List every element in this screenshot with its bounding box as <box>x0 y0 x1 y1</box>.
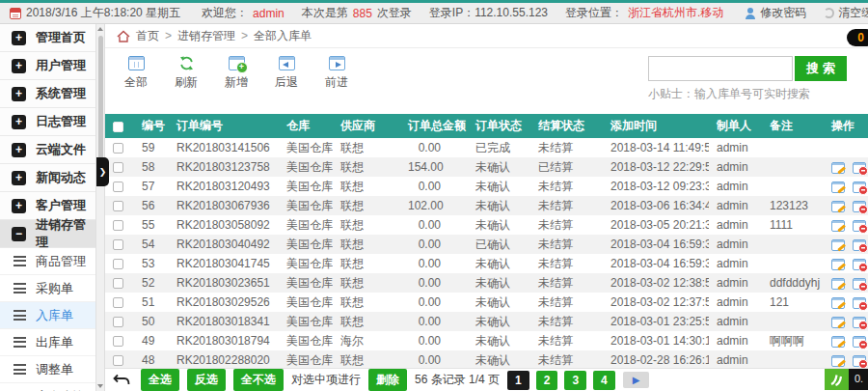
row-checkbox[interactable] <box>113 162 123 173</box>
select-none-button[interactable]: 全不选 <box>233 369 284 391</box>
cell-actions <box>824 273 868 293</box>
table-row: 52RK201803023651美国仓库联想0.00未确认未结算2018-03-… <box>105 273 868 293</box>
search-button[interactable]: 搜 索 <box>795 56 847 81</box>
cell-order_status: 未确认 <box>468 312 530 331</box>
row-checkbox[interactable] <box>113 239 123 250</box>
delete-icon[interactable] <box>853 220 866 232</box>
toolbar-button-add[interactable]: 新增 <box>219 56 254 114</box>
datetime-block: 2018/3/16 上午8:18:20 星期五 <box>10 5 180 21</box>
breadcrumb-home[interactable]: 首页 <box>136 28 159 44</box>
cell-supplier: 海尔 <box>333 331 400 350</box>
breadcrumb-module[interactable]: 进销存管理 <box>177 28 235 44</box>
clear-cache-link[interactable]: 清空缓存 <box>824 5 868 21</box>
cell-creator: admin <box>709 273 762 293</box>
toolbar-button-refresh[interactable]: 刷新 <box>169 56 203 114</box>
delete-icon[interactable] <box>853 297 866 309</box>
row-checkbox[interactable] <box>113 259 123 269</box>
delete-button[interactable]: 删除 <box>368 369 407 391</box>
cell-creator: admin <box>709 215 762 235</box>
delete-icon[interactable] <box>853 278 866 290</box>
scroll-up-icon[interactable] <box>97 27 103 31</box>
notification-badge[interactable]: 0 <box>847 29 868 46</box>
toolbar-button-all[interactable]: 全部 <box>119 56 153 114</box>
sidebar-item-进销存管理[interactable]: −进销存管理 <box>0 220 96 248</box>
performance-value: 0. <box>849 369 868 390</box>
toolbar-button-back[interactable]: 后退 <box>269 56 304 114</box>
edit-icon[interactable] <box>831 201 845 212</box>
edit-icon[interactable] <box>831 162 845 174</box>
edit-icon[interactable] <box>831 182 845 193</box>
sidebar-subitem-商品管理[interactable]: 商品管理 <box>0 248 96 275</box>
next-page-button[interactable]: ▶ <box>623 372 650 388</box>
scroll-down-icon[interactable] <box>97 384 103 388</box>
sidebar-item-新闻动态[interactable]: +新闻动态 <box>0 164 96 192</box>
edit-icon[interactable] <box>831 297 845 309</box>
cell-remark: ddfdddyhj <box>762 273 824 293</box>
delete-icon[interactable] <box>853 259 866 270</box>
sidebar-collapse-handle[interactable]: ❯ <box>96 157 109 186</box>
plus-icon: + <box>12 59 26 73</box>
change-password-link[interactable]: 修改密码 <box>745 5 806 21</box>
select-all-button[interactable]: 全选 <box>141 369 179 391</box>
edit-icon[interactable] <box>831 220 845 232</box>
cell-id: 51 <box>134 293 169 312</box>
page-button-1[interactable]: 1 <box>507 371 529 390</box>
delete-icon[interactable] <box>853 355 866 367</box>
edit-icon[interactable] <box>831 239 845 251</box>
row-checkbox[interactable] <box>113 317 123 327</box>
sidebar-item-云端文件[interactable]: +云端文件 <box>0 136 96 164</box>
delete-icon[interactable] <box>853 162 866 174</box>
records-info: 56 条记录 1/4 页 <box>415 372 500 388</box>
table-row: 57RK201803120493美国仓库联想0.00未确认未结算2018-03-… <box>105 177 868 196</box>
edit-icon[interactable] <box>831 278 845 290</box>
home-icon[interactable] <box>117 30 130 42</box>
delete-icon[interactable] <box>853 201 866 212</box>
edit-icon[interactable] <box>831 355 845 367</box>
delete-icon[interactable] <box>853 182 866 193</box>
row-checkbox[interactable] <box>113 278 123 289</box>
toolbar-button-forward[interactable]: 前进 <box>319 56 354 114</box>
sidebar-subitem-出库单[interactable]: 出库单 <box>0 329 96 356</box>
edit-icon[interactable] <box>831 317 845 328</box>
row-checkbox[interactable] <box>113 336 123 347</box>
cell-supplier: 联想 <box>333 138 400 157</box>
row-checkbox[interactable] <box>113 297 123 308</box>
sidebar-scrollbar[interactable] <box>95 24 104 391</box>
sidebar-item-系统管理[interactable]: +系统管理 <box>0 80 96 108</box>
sidebar-subitem-入库单[interactable]: 入库单 <box>0 302 96 329</box>
edit-icon[interactable] <box>831 336 845 348</box>
cell-checkbox <box>105 293 134 312</box>
sidebar-item-日志管理[interactable]: +日志管理 <box>0 108 96 136</box>
header-checkbox[interactable] <box>113 122 123 132</box>
page-button-3[interactable]: 3 <box>564 371 586 390</box>
sidebar-subitem-采购单[interactable]: 采购单 <box>0 275 96 302</box>
page-button-4[interactable]: 4 <box>593 371 615 390</box>
delete-icon[interactable] <box>853 336 866 348</box>
content-panel: 0 首页 > 进销存管理 > 全部入库单 全部刷新新增后退前进 搜 索 <box>105 24 868 391</box>
invert-selection-button[interactable]: 反选 <box>187 369 226 391</box>
cell-settle_status: 未结算 <box>530 138 603 157</box>
table-row: 50RK201803018341美国仓库联想0.00未确认未结算2018-03-… <box>105 312 868 331</box>
row-checkbox[interactable] <box>113 182 123 192</box>
cell-warehouse: 美国仓库 <box>279 196 333 215</box>
cell-warehouse: 美国仓库 <box>279 293 333 312</box>
row-checkbox[interactable] <box>113 143 123 154</box>
sidebar-subitem-调整单[interactable]: 调整单 <box>0 356 96 383</box>
return-arrow-icon[interactable] <box>113 374 131 386</box>
sidebar-subitem-label: 入库单 <box>36 307 73 324</box>
row-checkbox[interactable] <box>113 201 123 211</box>
row-checkbox[interactable] <box>113 220 123 231</box>
cell-supplier: 联想 <box>333 157 400 177</box>
list-icon <box>14 337 26 348</box>
delete-icon[interactable] <box>853 317 866 328</box>
sidebar-item-管理首页[interactable]: +管理首页 <box>0 24 96 52</box>
edit-icon[interactable] <box>831 259 845 270</box>
login-location-block: 登录位置： 浙江省杭州市.移动 <box>565 5 723 21</box>
login-count-suffix: 次登录 <box>377 5 412 21</box>
delete-icon[interactable] <box>853 239 866 251</box>
sidebar-item-用户管理[interactable]: +用户管理 <box>0 52 96 80</box>
sidebar-subitem-库存查询[interactable]: 库存查询 <box>0 383 96 391</box>
page-button-2[interactable]: 2 <box>536 371 558 390</box>
search-input[interactable] <box>648 56 793 81</box>
row-checkbox[interactable] <box>113 355 123 366</box>
